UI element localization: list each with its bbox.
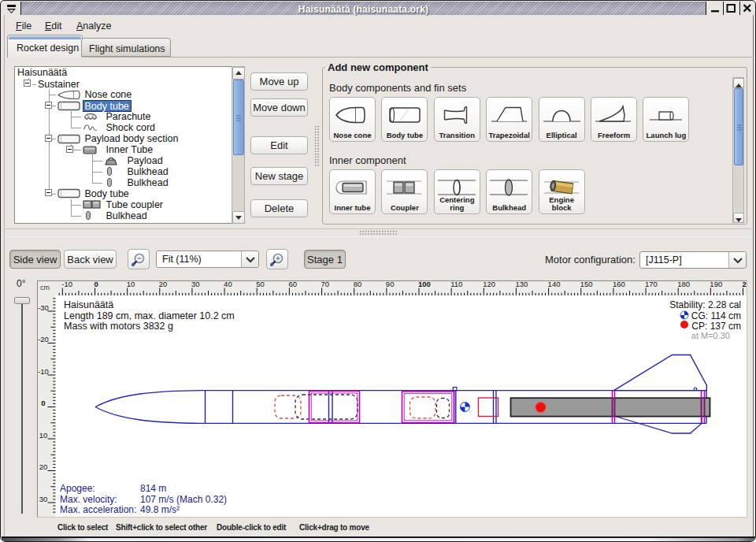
svg-text:100: 100 xyxy=(418,281,431,288)
svg-text:180: 180 xyxy=(677,281,690,288)
svg-text:40: 40 xyxy=(224,281,232,288)
svg-text:CG: 114 cm: CG: 114 cm xyxy=(691,310,741,321)
svg-text:200: 200 xyxy=(743,281,747,288)
svg-text:140: 140 xyxy=(548,281,561,288)
svg-text:-10: -10 xyxy=(61,281,72,288)
svg-text:0: 0 xyxy=(94,281,98,288)
svg-text:Mass with motors 3832 g: Mass with motors 3832 g xyxy=(64,321,173,332)
svg-text:814 m: 814 m xyxy=(140,483,166,494)
svg-text:50: 50 xyxy=(256,281,265,288)
svg-text:120: 120 xyxy=(483,281,495,288)
svg-text:Stability: 2.28 cal: Stability: 2.28 cal xyxy=(669,299,741,310)
svg-text:cm: cm xyxy=(40,284,50,291)
svg-text:20: 20 xyxy=(159,281,168,288)
svg-text:110: 110 xyxy=(450,281,462,288)
svg-text:10: 10 xyxy=(127,281,135,288)
svg-text:-10: -10 xyxy=(38,367,49,376)
svg-text:130: 130 xyxy=(515,281,528,288)
svg-text:30: 30 xyxy=(39,495,48,503)
svg-text:20: 20 xyxy=(39,462,48,471)
svg-text:Apogee:: Apogee: xyxy=(60,483,95,494)
svg-text:49.8 m/s²: 49.8 m/s² xyxy=(140,504,180,515)
svg-text:107 m/s (Mach 0.32): 107 m/s (Mach 0.32) xyxy=(140,494,227,505)
svg-text:0: 0 xyxy=(41,399,45,407)
svg-text:150: 150 xyxy=(580,281,593,288)
svg-text:80: 80 xyxy=(354,281,362,288)
svg-text:10: 10 xyxy=(39,431,48,440)
svg-text:Length 189 cm, max. diameter 1: Length 189 cm, max. diameter 10.2 cm xyxy=(64,310,235,321)
svg-text:190: 190 xyxy=(710,281,722,288)
svg-text:30: 30 xyxy=(191,281,200,288)
svg-text:-30: -30 xyxy=(38,303,49,312)
svg-text:Max. acceleration:: Max. acceleration: xyxy=(60,504,136,515)
svg-text:60: 60 xyxy=(288,281,297,288)
svg-text:-20: -20 xyxy=(38,335,49,343)
svg-text:160: 160 xyxy=(613,281,625,288)
svg-text:170: 170 xyxy=(645,281,658,288)
svg-text:70: 70 xyxy=(321,281,330,288)
svg-text:Max. velocity:: Max. velocity: xyxy=(60,494,117,505)
svg-text:90: 90 xyxy=(386,281,395,288)
svg-text:Haisunäätä: Haisunäätä xyxy=(64,299,113,310)
svg-text:at M=0.30: at M=0.30 xyxy=(691,331,730,340)
